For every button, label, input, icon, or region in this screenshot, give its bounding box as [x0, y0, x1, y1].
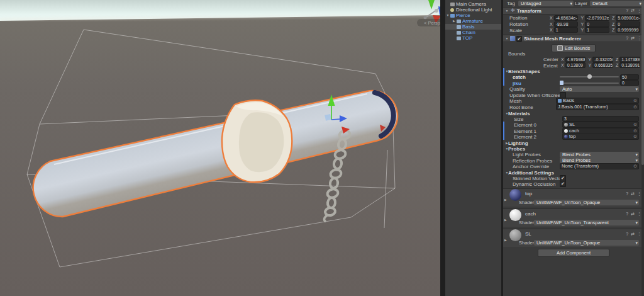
- menu-icon[interactable]: ⋮: [637, 36, 641, 41]
- chevron-down-icon: ▾: [635, 152, 638, 157]
- shader-dropdown[interactable]: UnlitWF/WF_UnToon_Transparent▾: [534, 220, 639, 225]
- menu-icon[interactable]: ⋮: [637, 8, 641, 13]
- materials-size-field[interactable]: 3: [562, 116, 639, 122]
- object-picker-icon[interactable]: ⊙: [633, 122, 637, 127]
- light-probes-label: Light Probes: [513, 152, 541, 157]
- center-x-field[interactable]: 4.976988e-: [565, 57, 586, 62]
- mesh-object-field[interactable]: Basis⊙: [556, 98, 639, 104]
- menu-icon[interactable]: ⋮: [637, 212, 641, 217]
- anchor-override-object-field[interactable]: None (Transform)⊙: [560, 163, 639, 169]
- persp-toggle[interactable]: < Persp: [417, 19, 440, 26]
- root-bone-label: Root Bone: [509, 105, 533, 110]
- mesh-label: Mesh: [509, 98, 522, 104]
- layer-dropdown[interactable]: Default▾: [590, 1, 643, 6]
- jiku-slider[interactable]: [560, 83, 619, 84]
- element-2-label: Element 2: [514, 134, 536, 140]
- foldout-icon[interactable]: ▼: [445, 13, 450, 18]
- extent-x-field[interactable]: 0.13809: [565, 62, 586, 68]
- rotation-y-field[interactable]: 0: [585, 21, 609, 27]
- presets-icon[interactable]: ⇄: [631, 8, 635, 13]
- object-picker-icon[interactable]: ⊙: [633, 134, 637, 139]
- help-icon[interactable]: ?: [626, 191, 628, 196]
- update-offscreen-checkbox[interactable]: [560, 92, 566, 98]
- object-picker-icon[interactable]: ⊙: [633, 128, 637, 134]
- foldout-icon[interactable]: ▶: [452, 18, 457, 24]
- scrollbar-thumb[interactable]: [641, 0, 644, 165]
- help-icon[interactable]: ?: [626, 232, 628, 237]
- component-title: Transform: [517, 8, 626, 14]
- menu-icon[interactable]: ⋮: [637, 191, 641, 196]
- material-name: cach: [525, 211, 626, 217]
- shader-label: Shader: [519, 240, 534, 246]
- position-x-field[interactable]: -4.65634e-: [554, 15, 579, 21]
- gameobject-icon: [457, 31, 461, 35]
- presets-icon[interactable]: ⇄: [631, 212, 635, 217]
- chevron-down-icon: ▾: [635, 86, 638, 92]
- element-2-object-field[interactable]: top⊙: [562, 134, 639, 140]
- help-icon[interactable]: ?: [626, 212, 628, 217]
- element-0-object-field[interactable]: SL⊙: [562, 122, 639, 128]
- hierarchy-item-main-camera[interactable]: Main Camera: [445, 1, 501, 7]
- blendshape-catch-label: catch: [513, 74, 526, 80]
- hierarchy-label: Chain: [462, 30, 475, 35]
- root-bone-object-field[interactable]: J.Basis.001 (Transform)⊙: [556, 104, 639, 110]
- help-icon[interactable]: ?: [626, 8, 628, 13]
- menu-icon[interactable]: ⋮: [637, 232, 641, 237]
- help-icon[interactable]: ?: [626, 36, 628, 41]
- presets-icon[interactable]: ⇄: [631, 36, 635, 41]
- chevron-down-icon: ▾: [635, 200, 638, 205]
- rotation-z-field[interactable]: 0: [616, 21, 640, 27]
- presets-icon[interactable]: ⇄: [631, 191, 635, 196]
- foldout-icon[interactable]: ▼: [505, 37, 509, 40]
- inspector-scrollbar[interactable]: [641, 0, 644, 296]
- element-1-object-field[interactable]: cach⊙: [562, 128, 639, 134]
- quality-dropdown[interactable]: Auto▾: [560, 86, 639, 92]
- foldout-icon[interactable]: ▼: [505, 9, 509, 13]
- object-picker-icon[interactable]: ⊙: [633, 98, 637, 103]
- component-enabled-checkbox[interactable]: ✔: [516, 36, 522, 42]
- material-block-top: ▶ top ?⇄⋮ Shader UnlitWF/WF_UnToon_Opaqu…: [503, 188, 644, 207]
- catch-value-field[interactable]: 50: [620, 74, 639, 80]
- hierarchy-item-top[interactable]: TOP: [445, 35, 501, 41]
- add-component-button[interactable]: Add Component: [538, 249, 609, 257]
- presets-icon[interactable]: ⇄: [631, 232, 635, 237]
- rotation-x-field[interactable]: -89.98: [554, 21, 579, 27]
- position-z-field[interactable]: 5.089001e-: [616, 15, 640, 21]
- hierarchy-item-directional-light[interactable]: Directional Light: [445, 7, 501, 13]
- dynamic-occlusion-checkbox[interactable]: ✔: [560, 181, 566, 187]
- unity-editor-window: < Persp Main Camera Directional Light ▼ …: [0, 0, 644, 296]
- tag-dropdown[interactable]: Untagged▾: [518, 1, 574, 6]
- component-title: Skinned Mesh Renderer: [524, 36, 626, 42]
- extent-z-field[interactable]: 0.1380918: [619, 62, 640, 68]
- center-y-field[interactable]: -0.332056: [592, 57, 613, 62]
- prefab-icon: [450, 14, 455, 18]
- hierarchy-item-chain[interactable]: Chain: [445, 30, 501, 35]
- hierarchy-item-pierce[interactable]: ▼ Pierce: [445, 13, 501, 18]
- extent-y-field[interactable]: 0.6683351: [592, 62, 613, 68]
- object-picker-icon[interactable]: ⊙: [633, 105, 637, 110]
- reflection-probes-dropdown[interactable]: Blend Probes▾: [560, 157, 639, 163]
- shader-dropdown[interactable]: UnlitWF/WF_UnToon_Opaque▾: [534, 240, 639, 246]
- jiku-value-field[interactable]: 0: [620, 80, 639, 86]
- scale-y-field[interactable]: 1: [585, 27, 609, 33]
- center-label: Center: [543, 57, 558, 62]
- shader-dropdown[interactable]: UnlitWF/WF_UnToon_Opaque▾: [534, 200, 639, 205]
- center-z-field[interactable]: 1.147389e-: [619, 57, 640, 62]
- hierarchy-item-armature[interactable]: ▶ Armature: [445, 18, 501, 24]
- position-label: Position: [509, 15, 527, 21]
- position-y-field[interactable]: -2.679912e-: [585, 15, 609, 21]
- hierarchy-item-basis[interactable]: Basis: [445, 24, 501, 30]
- object-picker-icon[interactable]: ⊙: [633, 164, 637, 169]
- scale-x-field[interactable]: 1: [554, 27, 579, 33]
- chevron-down-icon: ▾: [570, 1, 572, 6]
- scale-z-field[interactable]: 0.9999999: [616, 27, 640, 33]
- transform-icon: ✛: [511, 8, 515, 13]
- inspector-panel: Tag Untagged▾ Layer Default▾ ▼ ✛ Transfo…: [503, 0, 644, 296]
- scene-view[interactable]: < Persp: [0, 0, 440, 296]
- skinned-mesh-renderer-header[interactable]: ▼ ✔ Skinned Mesh Renderer ?⇄⋮: [503, 35, 644, 42]
- catch-slider[interactable]: [560, 76, 619, 77]
- panel-divider[interactable]: [440, 0, 445, 296]
- material-name: SL: [525, 231, 626, 237]
- transform-header[interactable]: ▼ ✛ Transform ?⇄⋮: [503, 7, 644, 14]
- light-probes-dropdown[interactable]: Blend Probes▾: [560, 152, 639, 157]
